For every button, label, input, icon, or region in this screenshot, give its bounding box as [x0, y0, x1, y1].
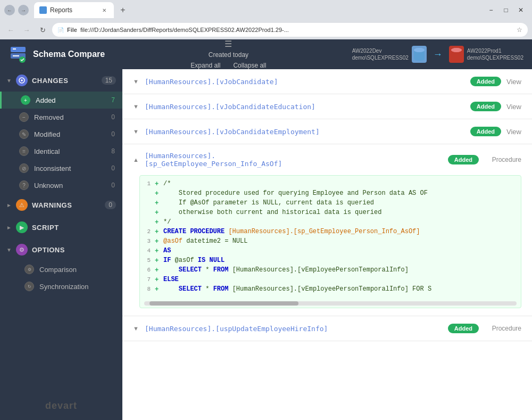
target-db-server: demo\SQLEXPRESS02 — [467, 54, 523, 61]
arrow-icon: → — [433, 49, 443, 60]
options-section-icon: ⚙ — [16, 244, 28, 256]
unknown-icon: ? — [19, 180, 29, 190]
view-action-3[interactable]: View — [506, 128, 521, 136]
sidebar-sub-item-synchronization[interactable]: ↻ Synchronization — [0, 278, 122, 295]
type-label-5: Procedure — [484, 325, 521, 332]
main-area: ▼ CHANGES 15 + Added 7 − — [0, 69, 532, 420]
code-line-12: 8 + SELECT * FROM [HumanResources].[vEmp… — [140, 285, 521, 295]
sidebar-item-removed[interactable]: − Removed 0 — [0, 109, 122, 126]
changes-items: + Added 7 − Removed 0 ✎ Modified 0 — [0, 92, 122, 194]
back-icon[interactable]: ← — [4, 5, 15, 15]
change-item-3: ▼ [HumanResources].[vJobCandidateEmploym… — [122, 119, 532, 144]
window-controls: − □ ✕ — [484, 3, 528, 17]
file-label: File — [67, 27, 77, 33]
sidebar-warnings-header[interactable]: ► ⚠ WARNINGS 0 — [0, 194, 122, 216]
change-header-2[interactable]: ▼ [HumanResources].[vJobCandidateEducati… — [122, 94, 532, 119]
change-header-1[interactable]: ▼ [HumanResources].[vJobCandidate] Added… — [122, 69, 532, 94]
changes-count: 15 — [102, 76, 116, 85]
view-action-1[interactable]: View — [506, 78, 521, 86]
added-icon: + — [21, 95, 30, 105]
code-line-1: 1 + /* — [140, 180, 521, 190]
target-db-info: AW2022Prod1 demo\SQLEXPRESS02 — [449, 46, 523, 63]
browser-nav-icons: ← → — [4, 5, 29, 15]
sidebar-script-header[interactable]: ► ▶ SCRIPT — [0, 216, 122, 238]
chevron-icon-4: ▲ — [133, 157, 139, 163]
code-line-8: 4 + AS — [140, 247, 521, 257]
removed-label: Removed — [34, 113, 106, 121]
chevron-icon-2: ▼ — [133, 103, 139, 110]
new-tab-button[interactable]: + — [116, 3, 130, 17]
warnings-section-icon: ⚠ — [16, 199, 28, 211]
inconsistent-icon: ⊘ — [19, 163, 29, 173]
comparison-icon: ⚙ — [24, 265, 34, 274]
bookmark-icon[interactable]: ☆ — [517, 26, 522, 34]
url-bar[interactable]: 📄 File file:///D:/JordanSanders/DiffRepo… — [52, 23, 528, 37]
change-header-3[interactable]: ▼ [HumanResources].[vJobCandidateEmploym… — [122, 119, 532, 144]
toolbar-center: ☰ Created today Expand all Collapse all — [113, 39, 343, 70]
options-items: ⚙ Comparison ↻ Synchronization — [0, 261, 122, 295]
script-chevron-icon: ► — [6, 225, 12, 230]
identical-icon: = — [19, 146, 29, 156]
change-item-4: ▲ [HumanResources].[sp_GetEmployee_Perso… — [122, 144, 532, 316]
minimize-button[interactable]: − — [484, 3, 498, 17]
sidebar-changes-header[interactable]: ▼ CHANGES 15 — [0, 69, 122, 92]
inconsistent-label: Inconsistent — [34, 164, 106, 172]
script-section-icon: ▶ — [16, 221, 28, 233]
code-block-4: 1 + /* + Stored procedure used for query… — [139, 175, 521, 308]
sidebar-item-inconsistent[interactable]: ⊘ Inconsistent 0 — [0, 160, 122, 177]
change-badge-1: Added — [470, 77, 501, 86]
comparison-label: Comparison — [39, 266, 77, 274]
tab-close-button[interactable]: ✕ — [100, 6, 109, 14]
warnings-chevron-icon: ► — [6, 202, 12, 208]
identical-label: Identical — [34, 147, 106, 155]
changes-section-label: CHANGES — [32, 77, 97, 85]
sidebar-item-unknown[interactable]: ? Unknown 0 — [0, 177, 122, 194]
code-line-6: 2 + CREATE PROCEDURE [HumanResources].[s… — [140, 228, 521, 237]
sidebar-sub-item-comparison[interactable]: ⚙ Comparison — [0, 261, 122, 278]
code-scrollbar[interactable] — [144, 301, 517, 306]
reload-button[interactable]: ↻ — [36, 23, 49, 36]
app-logo: Schema Compare — [9, 45, 105, 64]
chevron-icon-3: ▼ — [133, 128, 139, 135]
code-line-7: 3 + @asOf datetime2 = NULL — [140, 237, 521, 247]
change-name-1: [HumanResources].[vJobCandidate] — [145, 78, 465, 86]
sidebar: ▼ CHANGES 15 + Added 7 − — [0, 69, 122, 420]
content-list: ▼ [HumanResources].[vJobCandidate] Added… — [122, 69, 532, 341]
identical-count: 8 — [111, 147, 115, 155]
changes-chevron-icon: ▼ — [6, 78, 12, 84]
modified-icon: ✎ — [19, 129, 29, 139]
sidebar-options-section: ▼ ⚙ OPTIONS ⚙ Comparison ↻ Synchronizati… — [0, 238, 122, 295]
maximize-button[interactable]: □ — [499, 3, 513, 17]
tab-bar: ← → Reports ✕ + − □ ✕ — [0, 0, 532, 20]
modified-count: 0 — [111, 130, 115, 138]
forward-icon[interactable]: → — [18, 5, 29, 15]
view-action-2[interactable]: View — [506, 103, 521, 111]
active-tab[interactable]: Reports ✕ — [34, 2, 114, 18]
tab-favicon — [39, 6, 47, 14]
change-header-5[interactable]: ▼ [HumanResources].[uspUpdateEmployeeHir… — [122, 316, 532, 341]
target-db-details: AW2022Prod1 demo\SQLEXPRESS02 — [467, 47, 523, 61]
app-title: Schema Compare — [33, 50, 105, 59]
removed-icon: − — [19, 112, 29, 122]
expand-all-button[interactable]: Expand all — [187, 61, 223, 70]
collapse-all-button[interactable]: Collapse all — [230, 61, 269, 70]
sidebar-item-added[interactable]: + Added 7 — [0, 92, 122, 109]
code-content-4: 1 + /* + Stored procedure used for query… — [140, 176, 521, 299]
forward-nav-button[interactable]: → — [20, 23, 33, 36]
removed-count: 0 — [111, 113, 115, 121]
sidebar-options-header[interactable]: ▼ ⚙ OPTIONS — [0, 238, 122, 261]
source-db-details: AW2022Dev demo\SQLEXPRESS02 — [352, 47, 409, 61]
svg-point-4 — [414, 48, 425, 52]
content-panel: ▼ [HumanResources].[vJobCandidate] Added… — [122, 69, 532, 420]
tab-title: Reports — [50, 6, 72, 14]
sidebar-item-modified[interactable]: ✎ Modified 0 — [0, 126, 122, 143]
synchronization-label: Synchronization — [39, 283, 89, 291]
close-button[interactable]: ✕ — [514, 3, 528, 17]
svg-point-6 — [451, 48, 462, 52]
code-line-5: + */ — [140, 218, 521, 228]
back-nav-button[interactable]: ← — [4, 23, 17, 36]
sidebar-item-identical[interactable]: = Identical 8 — [0, 143, 122, 160]
hamburger-icon[interactable]: ☰ — [225, 39, 232, 49]
code-line-9: 5 + IF @asOf IS NULL — [140, 257, 521, 266]
change-header-4[interactable]: ▲ [HumanResources].[sp_GetEmployee_Perso… — [122, 144, 532, 175]
